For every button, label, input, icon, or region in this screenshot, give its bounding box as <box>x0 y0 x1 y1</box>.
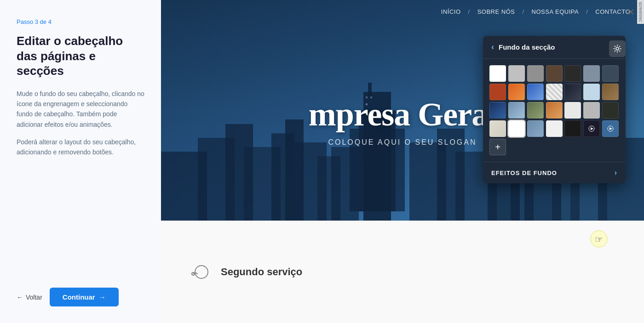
swatch-darkblue[interactable] <box>602 65 619 82</box>
add-swatch-button[interactable]: + <box>489 139 506 155</box>
hero-slogan: COLOQUE AQUI O SEU SLOGAN <box>328 138 477 147</box>
swatch-white[interactable] <box>489 65 506 82</box>
swatch-bluegray[interactable] <box>583 65 600 82</box>
swatch-lightgray[interactable] <box>508 65 525 82</box>
close-icon: ✕ <box>627 7 635 17</box>
swatch-offwhite[interactable] <box>546 120 563 137</box>
swatch-sky[interactable] <box>508 102 525 119</box>
swatch-dark-photo[interactable] <box>564 84 581 100</box>
effects-chevron-icon: › <box>615 169 617 177</box>
settings-header: ‹ Fundo da secção <box>483 36 626 59</box>
swatch-steel[interactable] <box>527 120 544 137</box>
nav-sep-1: / <box>468 8 470 15</box>
nav-sep-3: / <box>586 8 588 15</box>
swatch-brown[interactable] <box>546 65 563 82</box>
swatch-lightblue[interactable] <box>583 84 600 100</box>
swatch-black[interactable] <box>564 120 581 137</box>
site-nav: INÍCIO / SOBRE NÓS / NOSSA EQUIPA / CONT… <box>161 0 644 23</box>
swatch-darkgray[interactable] <box>564 65 581 82</box>
main-area: INÍCIO / SOBRE NÓS / NOSSA EQUIPA / CONT… <box>161 0 644 323</box>
continue-label: Continuar <box>63 293 95 301</box>
settings-title: Fundo da secção <box>499 43 555 51</box>
swatch-navy-grad[interactable] <box>489 102 506 119</box>
effects-label: EFEITOS DE FUNDO <box>491 170 557 176</box>
back-label: Voltar <box>26 294 42 301</box>
swatch-brick[interactable] <box>489 84 506 100</box>
gear-icon <box>613 45 621 53</box>
gear-button[interactable] <box>609 40 626 57</box>
swatch-video2[interactable] <box>602 120 619 137</box>
back-button[interactable]: ← Voltar <box>17 294 42 301</box>
swatch-gray[interactable] <box>527 65 544 82</box>
hero-title: mpresa Geral <box>309 98 497 131</box>
settings-panel: ‹ Fundo da secção <box>483 36 626 183</box>
swatch-green-grad[interactable] <box>527 102 544 119</box>
svg-point-25 <box>195 266 208 278</box>
svg-marker-29 <box>591 127 593 130</box>
swatch-light2[interactable] <box>564 102 581 119</box>
swatch-pattern[interactable] <box>546 84 563 100</box>
left-panel: Passo 3 de 4 Editar o cabeçalho das pági… <box>0 0 161 323</box>
screenrec-watermark: screenrec <box>637 0 644 24</box>
swatch-white-selected[interactable] <box>508 120 525 137</box>
swatch-blue-grad[interactable] <box>527 84 544 100</box>
nav-sep-2: / <box>522 8 524 15</box>
svg-marker-31 <box>610 127 612 130</box>
continue-arrow-icon: → <box>99 293 106 301</box>
nav-item-inicio[interactable]: INÍCIO <box>441 8 461 15</box>
svg-point-27 <box>616 47 619 50</box>
settings-back-arrow[interactable]: ‹ <box>491 42 494 52</box>
nav-item-equipa[interactable]: NOSSA EQUIPA <box>532 8 579 15</box>
step-label: Passo 3 de 4 <box>17 18 144 25</box>
swatch-sunset[interactable] <box>546 102 563 119</box>
service-icon-svg <box>189 264 212 280</box>
swatch-orange[interactable] <box>508 84 525 100</box>
continue-button[interactable]: Continuar → <box>50 288 119 306</box>
swatch-marble[interactable] <box>489 120 506 137</box>
effects-row[interactable]: EFEITOS DE FUNDO › <box>483 162 626 183</box>
back-arrow-icon: ← <box>17 294 23 301</box>
swatch-wood[interactable] <box>602 84 619 100</box>
swatch-video1[interactable] <box>583 120 600 137</box>
close-button[interactable]: ✕ <box>627 6 635 17</box>
panel-desc-1: Mude o fundo do seu cabeçalho, clicando … <box>17 89 144 130</box>
bottom-nav: ← Voltar Continuar → <box>17 288 144 306</box>
panel-title: Editar o cabeçalho das páginas e secções <box>17 34 144 79</box>
bottom-section: Segundo serviço <box>161 221 644 323</box>
nav-item-contacto[interactable]: CONTACTO <box>595 8 630 15</box>
nav-item-sobre[interactable]: SOBRE NÓS <box>477 8 515 15</box>
panel-desc-2: Poderá alterar o layout do seu cabeçalho… <box>17 137 144 158</box>
swatch-dark2[interactable] <box>602 102 619 119</box>
swatches-grid: + <box>483 59 626 162</box>
swatch-silver[interactable] <box>583 102 600 119</box>
service-label: Segundo serviço <box>221 266 302 278</box>
